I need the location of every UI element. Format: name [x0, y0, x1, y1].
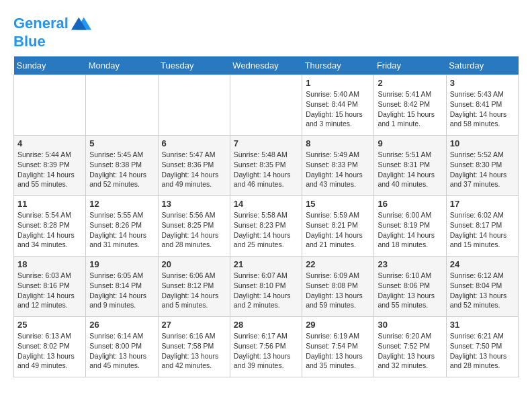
day-number: 3 [450, 78, 515, 88]
day-number: 12 [89, 199, 154, 209]
day-info: Sunrise: 5:49 AM Sunset: 8:33 PM Dayligh… [306, 150, 370, 189]
day-number: 14 [234, 199, 298, 209]
day-number: 4 [17, 138, 82, 148]
day-info: Sunrise: 5:45 AM Sunset: 8:38 PM Dayligh… [89, 150, 154, 189]
day-number: 11 [17, 199, 82, 209]
day-cell: 14Sunrise: 5:58 AM Sunset: 8:23 PM Dayli… [230, 196, 302, 257]
day-cell [158, 75, 230, 136]
day-cell: 31Sunrise: 6:21 AM Sunset: 7:50 PM Dayli… [446, 317, 518, 377]
day-cell: 3Sunrise: 5:43 AM Sunset: 8:41 PM Daylig… [446, 75, 518, 136]
day-cell: 22Sunrise: 6:09 AM Sunset: 8:08 PM Dayli… [302, 257, 374, 317]
weekday-header-tuesday: Tuesday [158, 56, 230, 75]
day-number: 6 [162, 138, 226, 148]
day-info: Sunrise: 5:41 AM Sunset: 8:42 PM Dayligh… [378, 89, 442, 129]
day-cell: 23Sunrise: 6:10 AM Sunset: 8:06 PM Dayli… [374, 257, 446, 317]
day-number: 29 [306, 320, 370, 330]
day-number: 31 [450, 320, 515, 330]
weekday-header-thursday: Thursday [302, 56, 374, 75]
day-cell: 8Sunrise: 5:49 AM Sunset: 8:33 PM Daylig… [302, 136, 374, 196]
day-number: 1 [306, 78, 370, 88]
day-info: Sunrise: 5:43 AM Sunset: 8:41 PM Dayligh… [450, 89, 515, 129]
day-cell: 11Sunrise: 5:54 AM Sunset: 8:28 PM Dayli… [14, 196, 86, 257]
day-info: Sunrise: 5:40 AM Sunset: 8:44 PM Dayligh… [306, 89, 370, 129]
day-cell: 26Sunrise: 6:14 AM Sunset: 8:00 PM Dayli… [86, 317, 158, 377]
day-cell: 16Sunrise: 6:00 AM Sunset: 8:19 PM Dayli… [374, 196, 446, 257]
day-info: Sunrise: 6:03 AM Sunset: 8:16 PM Dayligh… [17, 271, 82, 310]
day-info: Sunrise: 5:59 AM Sunset: 8:21 PM Dayligh… [306, 210, 370, 250]
day-info: Sunrise: 5:54 AM Sunset: 8:28 PM Dayligh… [17, 210, 82, 250]
day-info: Sunrise: 6:06 AM Sunset: 8:12 PM Dayligh… [162, 271, 226, 310]
day-info: Sunrise: 5:48 AM Sunset: 8:35 PM Dayligh… [234, 150, 298, 189]
calendar-table: SundayMondayTuesdayWednesdayThursdayFrid… [13, 56, 519, 377]
day-cell: 15Sunrise: 5:59 AM Sunset: 8:21 PM Dayli… [302, 196, 374, 257]
day-number: 21 [234, 259, 298, 269]
day-number: 20 [162, 259, 226, 269]
logo: General Blue [13, 13, 91, 50]
page-header: General Blue [13, 13, 519, 50]
day-number: 19 [89, 259, 154, 269]
weekday-header-monday: Monday [86, 56, 158, 75]
day-cell: 19Sunrise: 6:05 AM Sunset: 8:14 PM Dayli… [86, 257, 158, 317]
week-row-5: 25Sunrise: 6:13 AM Sunset: 8:02 PM Dayli… [14, 317, 519, 377]
week-row-3: 11Sunrise: 5:54 AM Sunset: 8:28 PM Dayli… [14, 196, 519, 257]
day-number: 16 [378, 199, 442, 209]
day-info: Sunrise: 6:20 AM Sunset: 7:52 PM Dayligh… [378, 331, 442, 371]
day-number: 17 [450, 199, 515, 209]
weekday-header-friday: Friday [374, 56, 446, 75]
logo-text: General [13, 15, 69, 32]
day-number: 24 [450, 259, 515, 269]
day-number: 23 [378, 259, 442, 269]
day-cell: 21Sunrise: 6:07 AM Sunset: 8:10 PM Dayli… [230, 257, 302, 317]
week-row-2: 4Sunrise: 5:44 AM Sunset: 8:39 PM Daylig… [14, 136, 519, 196]
day-cell: 25Sunrise: 6:13 AM Sunset: 8:02 PM Dayli… [14, 317, 86, 377]
day-cell: 13Sunrise: 5:56 AM Sunset: 8:25 PM Dayli… [158, 196, 230, 257]
day-number: 5 [89, 138, 154, 148]
day-number: 7 [234, 138, 298, 148]
day-info: Sunrise: 6:13 AM Sunset: 8:02 PM Dayligh… [17, 331, 82, 371]
day-info: Sunrise: 6:19 AM Sunset: 7:54 PM Dayligh… [306, 331, 370, 371]
day-cell: 2Sunrise: 5:41 AM Sunset: 8:42 PM Daylig… [374, 75, 446, 136]
day-info: Sunrise: 6:07 AM Sunset: 8:10 PM Dayligh… [234, 271, 298, 310]
weekday-header-row: SundayMondayTuesdayWednesdayThursdayFrid… [14, 56, 519, 75]
day-number: 9 [378, 138, 442, 148]
day-number: 25 [17, 320, 82, 330]
day-cell: 1Sunrise: 5:40 AM Sunset: 8:44 PM Daylig… [302, 75, 374, 136]
day-info: Sunrise: 5:47 AM Sunset: 8:36 PM Dayligh… [162, 150, 226, 189]
day-cell: 24Sunrise: 6:12 AM Sunset: 8:04 PM Dayli… [446, 257, 518, 317]
day-info: Sunrise: 6:12 AM Sunset: 8:04 PM Dayligh… [450, 271, 515, 310]
logo-text-blue: Blue [13, 34, 91, 50]
day-cell [230, 75, 302, 136]
day-number: 28 [234, 320, 298, 330]
day-info: Sunrise: 5:51 AM Sunset: 8:31 PM Dayligh… [378, 150, 442, 189]
day-info: Sunrise: 6:10 AM Sunset: 8:06 PM Dayligh… [378, 271, 442, 310]
day-cell: 10Sunrise: 5:52 AM Sunset: 8:30 PM Dayli… [446, 136, 518, 196]
day-number: 13 [162, 199, 226, 209]
week-row-1: 1Sunrise: 5:40 AM Sunset: 8:44 PM Daylig… [14, 75, 519, 136]
day-cell: 27Sunrise: 6:16 AM Sunset: 7:58 PM Dayli… [158, 317, 230, 377]
day-cell: 5Sunrise: 5:45 AM Sunset: 8:38 PM Daylig… [86, 136, 158, 196]
day-number: 26 [89, 320, 154, 330]
day-info: Sunrise: 6:14 AM Sunset: 8:00 PM Dayligh… [89, 331, 154, 371]
day-cell: 28Sunrise: 6:17 AM Sunset: 7:56 PM Dayli… [230, 317, 302, 377]
day-cell [14, 75, 86, 136]
day-cell: 20Sunrise: 6:06 AM Sunset: 8:12 PM Dayli… [158, 257, 230, 317]
day-info: Sunrise: 6:16 AM Sunset: 7:58 PM Dayligh… [162, 331, 226, 371]
day-cell [86, 75, 158, 136]
day-info: Sunrise: 6:09 AM Sunset: 8:08 PM Dayligh… [306, 271, 370, 310]
day-cell: 30Sunrise: 6:20 AM Sunset: 7:52 PM Dayli… [374, 317, 446, 377]
day-info: Sunrise: 6:17 AM Sunset: 7:56 PM Dayligh… [234, 331, 298, 371]
day-number: 22 [306, 259, 370, 269]
day-number: 2 [378, 78, 442, 88]
day-info: Sunrise: 6:05 AM Sunset: 8:14 PM Dayligh… [89, 271, 154, 310]
day-cell: 12Sunrise: 5:55 AM Sunset: 8:26 PM Dayli… [86, 196, 158, 257]
week-row-4: 18Sunrise: 6:03 AM Sunset: 8:16 PM Dayli… [14, 257, 519, 317]
weekday-header-sunday: Sunday [14, 56, 86, 75]
logo-icon [71, 13, 91, 34]
day-cell: 29Sunrise: 6:19 AM Sunset: 7:54 PM Dayli… [302, 317, 374, 377]
day-info: Sunrise: 6:02 AM Sunset: 8:17 PM Dayligh… [450, 210, 515, 250]
day-info: Sunrise: 5:56 AM Sunset: 8:25 PM Dayligh… [162, 210, 226, 250]
day-cell: 7Sunrise: 5:48 AM Sunset: 8:35 PM Daylig… [230, 136, 302, 196]
weekday-header-saturday: Saturday [446, 56, 518, 75]
day-number: 10 [450, 138, 515, 148]
day-info: Sunrise: 5:52 AM Sunset: 8:30 PM Dayligh… [450, 150, 515, 189]
